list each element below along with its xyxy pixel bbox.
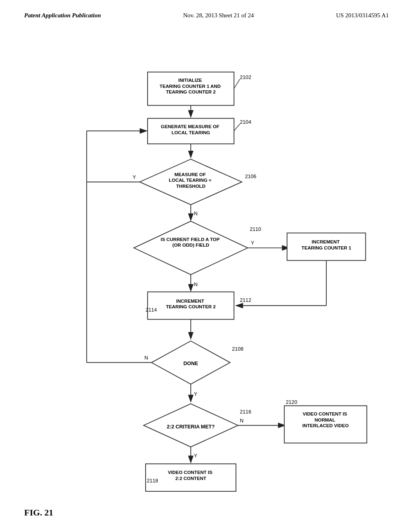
node-2110 (134, 221, 248, 274)
label-2110-n: N (194, 282, 198, 287)
label-2108-y: Y (194, 391, 198, 397)
label-2108-n: N (144, 355, 148, 361)
label-2108: 2108 (232, 346, 243, 352)
flowchart-diagram: INITIALIZE TEARING COUNTER 1 AND TEARING… (0, 52, 413, 508)
label-2106-n: N (194, 211, 198, 216)
node-2108-text: DONE (184, 361, 198, 366)
label-2116: 2116 (240, 409, 251, 415)
label-2104: 2104 (240, 119, 251, 125)
page-header: Patent Application Publication Nov. 28, … (0, 0, 413, 23)
label-2102: 2102 (240, 75, 251, 80)
node-2116-text: 2:2 CRITERIA MET? (167, 424, 215, 430)
label-2106-y: Y (133, 175, 136, 180)
svg-line-2 (234, 124, 240, 131)
label-2116-y: Y (194, 453, 198, 459)
label-2120: 2120 (286, 399, 297, 405)
label-2110-y: Y (251, 240, 254, 246)
label-2106: 2106 (245, 174, 256, 179)
label-2112: 2112 (240, 297, 251, 303)
header-patent-number: US 2013/0314595 A1 (336, 12, 389, 19)
label-2116-n: N (240, 418, 244, 424)
label-2118: 2118 (147, 478, 158, 484)
label-2114: 2114 (146, 307, 157, 313)
label-2110: 2110 (250, 227, 261, 232)
svg-line-1 (234, 79, 240, 88)
header-date-sheet: Nov. 28, 2013 Sheet 21 of 24 (183, 12, 254, 19)
header-publication-type: Patent Application Publication (24, 12, 101, 19)
figure-label: FIG. 21 (24, 507, 53, 518)
